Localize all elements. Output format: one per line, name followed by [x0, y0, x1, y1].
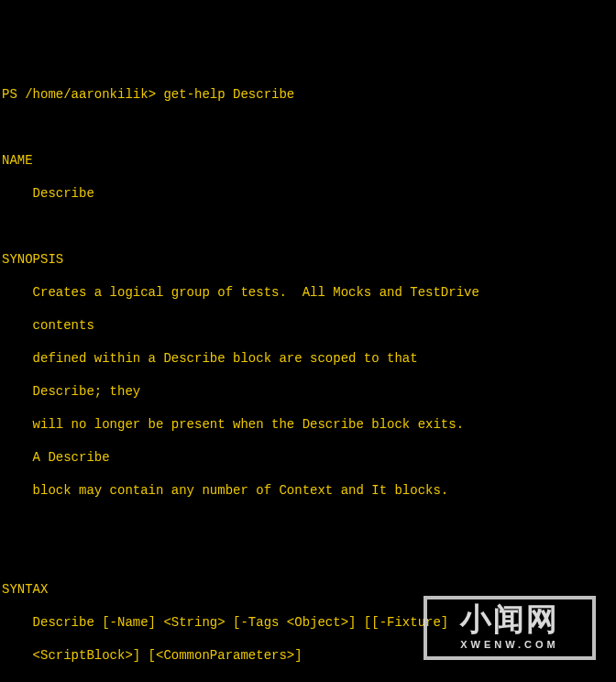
blank-line [2, 119, 614, 136]
synopsis-line: defined within a Describe block are scop… [2, 350, 614, 367]
synopsis-line: Describe; they [2, 383, 614, 400]
synopsis-line: Creates a logical group of tests. All Mo… [2, 284, 614, 301]
syntax-line: Describe [-Name] <String> [-Tags <Object… [2, 614, 614, 631]
terminal-output: PS /home/aaronkilik> get-help Describe N… [2, 70, 614, 682]
blank-line [2, 515, 614, 532]
synopsis-line: A Describe [2, 449, 614, 466]
blank-line [2, 218, 614, 235]
syntax-line: <ScriptBlock>] [<CommonParameters>] [2, 647, 614, 664]
blank-line [2, 548, 614, 565]
ps-prompt: PS /home/aaronkilik> [2, 86, 163, 103]
section-name-header: NAME [2, 152, 614, 169]
section-synopsis-header: SYNOPSIS [2, 251, 614, 268]
synopsis-line: will no longer be present when the Descr… [2, 416, 614, 433]
typed-command: get-help Describe [163, 86, 294, 103]
name-value: Describe [2, 185, 614, 202]
synopsis-line: contents [2, 317, 614, 334]
prompt-line-1[interactable]: PS /home/aaronkilik> get-help Describe [2, 86, 614, 103]
synopsis-line: block may contain any number of Context … [2, 482, 614, 499]
section-syntax-header: SYNTAX [2, 581, 614, 598]
